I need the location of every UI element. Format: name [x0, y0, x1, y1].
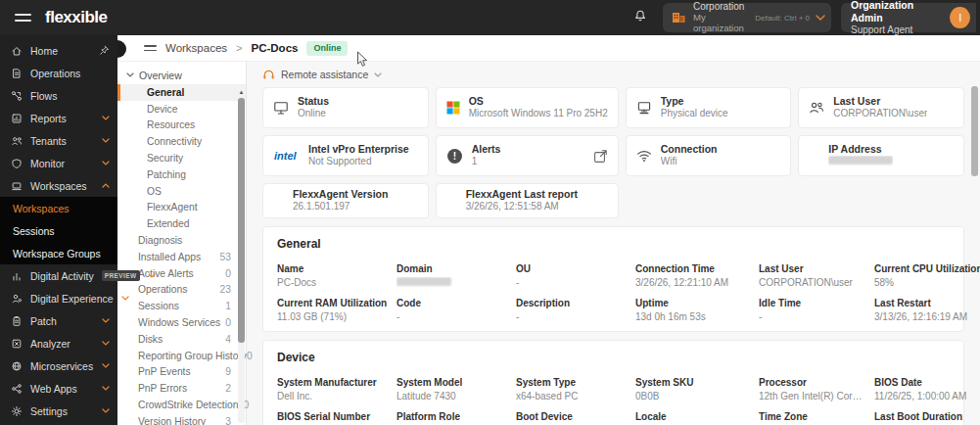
sidebar-item-label: Reports	[30, 113, 67, 124]
general-section: General NamePC-Docs Domain OU- Connectio…	[262, 226, 964, 332]
sidebar-item-label: Tenants	[30, 135, 67, 147]
sidebar-item-label: Analyzer	[30, 338, 70, 350]
bell-icon[interactable]	[628, 7, 653, 29]
redacted-value	[397, 277, 451, 286]
subnav-link-reporting-group-history[interactable]: Reporting Group History0	[117, 348, 246, 364]
sidebar-item-operations[interactable]: Operations	[0, 62, 117, 84]
card-status: StatusOnline	[262, 87, 429, 128]
card-type: TypePhysical device	[626, 87, 792, 128]
chevron-down-icon	[148, 273, 156, 278]
sidebar-item-label: Digital Activity	[30, 270, 94, 282]
sidebar-item-analyzer[interactable]: Analyzer	[0, 332, 117, 354]
subnav-link-operations[interactable]: Operations23	[117, 282, 246, 299]
subnav-link-pnp-events[interactable]: PnP Events9	[117, 364, 246, 381]
sidebar-item-digital-experience[interactable]: Digital Experience	[0, 287, 117, 309]
subnav-scrollbar-thumb[interactable]	[238, 98, 245, 343]
preview-badge: PREVIEW	[102, 270, 140, 281]
external-link-icon[interactable]	[593, 149, 608, 164]
subnav-page-flexxagent[interactable]: FlexxAgent	[117, 200, 246, 216]
chevron-down-icon	[102, 408, 110, 413]
sidebar-item-reports[interactable]: Reports	[0, 107, 117, 129]
chevron-down-icon	[102, 116, 110, 120]
flows-icon	[11, 90, 23, 102]
web-apps-icon	[11, 383, 23, 395]
subnav-page-resources[interactable]: Resources	[117, 118, 246, 134]
subnav-link-pnp-errors[interactable]: PnP Errors2	[117, 380, 246, 397]
users-icon	[809, 101, 824, 115]
user-name: Support Agent	[851, 24, 942, 36]
chevron-down-icon	[121, 296, 129, 301]
sidebar-item-label: Home	[30, 45, 58, 57]
subnav-page-patching[interactable]: Patching	[117, 166, 246, 183]
card-flexxagent-version: FlexxAgent Version26.1.501.197	[262, 183, 429, 218]
main-scrollbar-thumb[interactable]	[971, 86, 978, 176]
sidebar-item-home[interactable]: Home	[0, 39, 117, 62]
sidebar-item-workspaces[interactable]: Workspaces	[0, 174, 117, 197]
user-menu[interactable]: Organization Admin Support Agent I	[841, 3, 976, 32]
sidebar-item-label: Digital Experience	[30, 293, 114, 305]
chevron-down-icon	[102, 386, 110, 391]
avatar[interactable]: I	[950, 7, 970, 28]
subnav-link-version-history[interactable]: Version History3	[117, 413, 246, 425]
breadcrumb-current: PC-Docs	[252, 42, 299, 54]
sidebar-item-label: Settings	[30, 405, 68, 417]
subnav-link-sessions[interactable]: Sessions1	[117, 298, 246, 314]
building-icon	[671, 10, 687, 25]
redacted-value	[828, 156, 893, 165]
sidebar-item-settings[interactable]: Settings	[0, 400, 117, 422]
sidebar-item-label: Microservices	[30, 360, 93, 372]
card-os: OSMicrosoft Windows 11 Pro 25H2	[436, 87, 619, 128]
sidebar-item-monitor[interactable]: Monitor	[0, 152, 117, 174]
subnav-link-windows-services[interactable]: Windows Services0	[117, 314, 246, 331]
breadcrumb-parent[interactable]: Workspaces	[165, 42, 227, 54]
wifi-icon	[636, 149, 652, 163]
subnav-page-os[interactable]: OS	[117, 183, 246, 200]
subnav-page-extended[interactable]: Extended	[117, 215, 246, 232]
top-bar: flexxible Corporation My organization De…	[0, 0, 980, 35]
subnav-group-label: Overview	[139, 70, 182, 81]
user-role: Organization Admin	[851, 0, 942, 24]
chevron-down-icon	[102, 318, 110, 323]
analyzer-icon	[11, 338, 23, 350]
subnav-page-device[interactable]: Device	[117, 101, 246, 118]
menu-icon[interactable]	[15, 10, 31, 25]
scroll-up-icon[interactable]: ▲	[238, 88, 245, 96]
sidebar-subitem-label: Workspaces	[13, 203, 70, 214]
sidebar-item-tenants[interactable]: Tenants	[0, 129, 117, 152]
subnav-link-crowdstrike-detections[interactable]: CrowdStrike Detections0	[117, 397, 246, 413]
sidebar-item-microservices[interactable]: Microservices	[0, 354, 117, 377]
sidebar-subitem-label: Sessions	[13, 225, 55, 237]
sidebar-item-patch[interactable]: Patch	[0, 309, 117, 332]
card-alerts: ! Alerts1	[436, 135, 619, 176]
patch-icon	[11, 315, 23, 327]
chevron-down-icon	[102, 341, 110, 346]
sidebar-item-web-apps[interactable]: Web Apps	[0, 377, 117, 400]
device-section: Device System ManufacturerDell Inc. Syst…	[262, 340, 964, 425]
card-connection: ConnectionWifi	[626, 135, 792, 176]
chevron-down-icon	[374, 72, 382, 77]
subnav-page-security[interactable]: Security	[117, 150, 246, 166]
subnav-link-installed-apps[interactable]: Installed Apps53	[117, 249, 246, 265]
subnav-page-general[interactable]: General	[117, 84, 246, 101]
sidebar-item-digital-activity[interactable]: Digital Activity PREVIEW	[0, 264, 117, 287]
pin-icon[interactable]	[99, 45, 110, 56]
sidebar-item-label: Patch	[30, 315, 57, 327]
status-badge: Online	[306, 41, 348, 56]
subnav-group-overview[interactable]: Overview	[117, 66, 246, 84]
device-subnav: Overview General Device Resources Connec…	[117, 62, 247, 425]
subnav-link-disks[interactable]: Disks4	[117, 331, 246, 348]
card-last-user: Last UserCORPORATION\user	[798, 87, 964, 128]
section-title: General	[277, 237, 950, 251]
sidebar-subitem-workspaces[interactable]: Workspaces	[0, 197, 117, 219]
remote-assistance-button[interactable]: Remote assistance	[262, 69, 382, 80]
organization-selector[interactable]: Corporation My organization Default: Ctr…	[663, 3, 831, 32]
sidebar-subitem-sessions[interactable]: Sessions	[0, 219, 117, 242]
subnav-page-connectivity[interactable]: Connectivity	[117, 133, 246, 150]
subnav-link-diagnosis[interactable]: Diagnosis	[117, 232, 246, 249]
panel-menu-icon[interactable]	[144, 42, 157, 54]
summary-cards: StatusOnline OSMicrosoft Windows 11 Pro …	[262, 87, 964, 218]
sidebar-subitem-label: Workspace Groups	[13, 248, 101, 260]
sidebar-subitem-workspace-groups[interactable]: Workspace Groups	[0, 242, 117, 264]
chevron-down-icon	[102, 363, 110, 368]
sidebar-item-flows[interactable]: Flows	[0, 84, 117, 107]
